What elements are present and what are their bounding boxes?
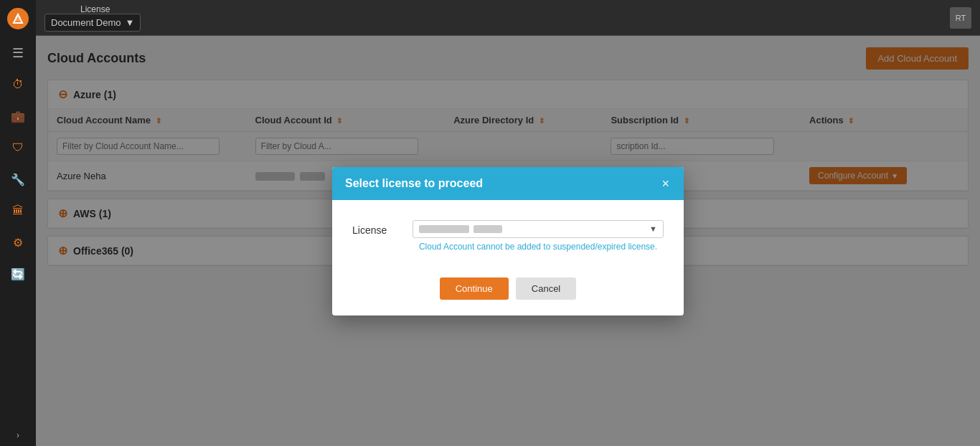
topbar-avatar[interactable]: RT — [950, 7, 971, 29]
modal-overlay: Select license to proceed × License ▼ Cl… — [36, 36, 980, 446]
modal-header: Select license to proceed × — [332, 167, 684, 200]
sidebar: ☰ ⏱ 💼 🛡 🔧 🏛 ⚙ 🔄 › — [0, 0, 36, 446]
license-value-blurred2 — [473, 225, 502, 233]
modal-title: Select license to proceed — [345, 177, 483, 190]
sidebar-item-work[interactable]: 💼 — [5, 103, 31, 129]
topbar: License Document Demo ▼ RT — [36, 0, 980, 36]
sidebar-hamburger[interactable]: ☰ — [5, 40, 31, 66]
sidebar-item-tools[interactable]: 🔧 — [5, 166, 31, 192]
sidebar-item-dashboard[interactable]: ⏱ — [5, 72, 31, 98]
license-field-label: License — [352, 220, 402, 236]
license-value-blurred1 — [419, 225, 469, 233]
sidebar-item-settings[interactable]: ⚙ — [5, 229, 31, 255]
sidebar-item-shield[interactable]: 🛡 — [5, 135, 31, 161]
license-field: License ▼ Cloud Account cannot be added … — [352, 220, 664, 252]
topbar-title: License — [80, 4, 110, 14]
modal-body: License ▼ Cloud Account cannot be added … — [332, 200, 684, 273]
modal-close-button[interactable]: × — [660, 177, 671, 190]
svg-point-1 — [15, 16, 21, 22]
modal-dialog: Select license to proceed × License ▼ Cl… — [332, 167, 684, 315]
app-logo[interactable] — [6, 7, 29, 30]
sidebar-item-bank[interactable]: 🏛 — [5, 198, 31, 224]
license-select-display[interactable]: ▼ — [413, 220, 664, 238]
modal-footer: Continue Cancel — [332, 273, 684, 315]
topbar-dropdown[interactable]: Document Demo ▼ — [44, 14, 141, 32]
avatar-initials: RT — [956, 14, 966, 22]
license-select-wrapper: ▼ Cloud Account cannot be added to suspe… — [413, 220, 664, 252]
cancel-button[interactable]: Cancel — [516, 277, 576, 300]
dropdown-chevron-icon: ▼ — [126, 17, 135, 28]
topbar-dropdown-value: Document Demo — [51, 17, 121, 28]
sidebar-expand-button[interactable]: › — [0, 424, 36, 446]
license-dropdown-chevron-icon: ▼ — [649, 224, 657, 233]
sidebar-item-restore[interactable]: 🔄 — [5, 261, 31, 287]
continue-button[interactable]: Continue — [440, 277, 509, 300]
license-warning-text: Cloud Account cannot be added to suspend… — [413, 242, 664, 252]
